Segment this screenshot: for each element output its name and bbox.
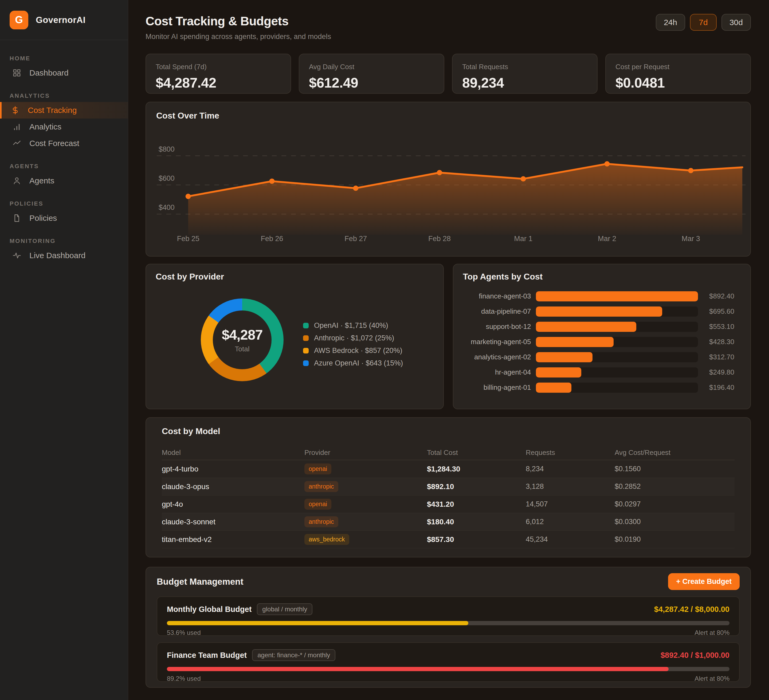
- model-name: claude-3-sonnet: [162, 518, 304, 526]
- cost-by-provider-card: Cost by Provider $4,287 Total OpenAI · $…: [146, 264, 444, 409]
- legend-swatch: [303, 348, 309, 354]
- sidebar-item-analytics[interactable]: Analytics: [0, 119, 128, 135]
- agent-bar-row-analytics-agent-02: analytics-agent-02 $312.70: [463, 349, 741, 365]
- avg-cost-per-request: $0.0190: [615, 535, 735, 544]
- document-icon: [12, 214, 21, 223]
- sidebar-item-label: Cost Forecast: [29, 139, 79, 148]
- dollar-sign-icon: [11, 106, 20, 115]
- dashboard-grid-icon: [12, 68, 21, 77]
- budget-alert-label: Alert at 80%: [695, 629, 729, 636]
- sidebar-item-label: Analytics: [29, 122, 61, 131]
- agent-bar-fill: [536, 291, 698, 301]
- sidebar-item-cost-forecast[interactable]: Cost Forecast: [0, 135, 128, 152]
- page-header: Cost Tracking & Budgets Monitor AI spend…: [146, 14, 751, 41]
- budget-item-monthly-global-budget: Monthly Global Budget global / monthly $…: [157, 596, 740, 636]
- column-header-model: Model: [162, 449, 304, 457]
- agent-bar-fill: [536, 352, 593, 362]
- donut-total-label: Total: [235, 345, 249, 353]
- legend-label: Azure OpenAI · $643 (15%): [314, 359, 403, 367]
- stat-label: Total Requests: [462, 63, 587, 71]
- sidebar-section-home: HOME: [0, 55, 128, 62]
- time-range-group: 24h7d30d: [656, 14, 751, 31]
- page-title: Cost Tracking & Budgets: [146, 14, 331, 28]
- sidebar-item-label: Agents: [29, 176, 54, 185]
- sidebar-section-policies: POLICIES: [0, 200, 128, 207]
- budget-header: Budget Management + Create Budget: [157, 573, 740, 590]
- budget-used-label: 89.2% used: [167, 675, 201, 682]
- budget-management-card: Budget Management + Create Budget Monthl…: [146, 567, 751, 688]
- table-row-claude-3-opus[interactable]: claude-3-opus anthropic $892.10 3,128 $0…: [162, 478, 735, 496]
- user-icon: [12, 176, 21, 185]
- agent-bar-row-marketing-agent-05: marketing-agent-05 $428.30: [463, 334, 741, 349]
- total-cost: $1,284.30: [427, 465, 526, 473]
- budget-item-header: Finance Team Budget agent: finance-* / m…: [167, 649, 729, 661]
- agent-bar-fill: [536, 337, 614, 347]
- cost-by-model-table: ModelProviderTotal CostRequestsAvg Cost/…: [162, 445, 735, 548]
- agent-bar-track: [536, 352, 698, 362]
- provider-donut-chart: $4,287 Total: [201, 298, 283, 381]
- cost-over-time-card: Cost Over Time $800$600$400 Feb 25Feb 26…: [146, 102, 751, 257]
- range-button-24h[interactable]: 24h: [656, 14, 685, 31]
- budget-progress-fill: [167, 667, 669, 671]
- sidebar-item-label: Dashboard: [29, 68, 69, 77]
- total-cost: $857.30: [427, 535, 526, 544]
- sidebar-item-agents[interactable]: Agents: [0, 172, 128, 189]
- cost-over-time-chart-area: $800$600$400 Feb 25Feb 26Feb 27Feb 28Mar…: [146, 102, 750, 256]
- top-agents-card: Top Agents by Cost finance-agent-03 $892…: [453, 264, 751, 409]
- table-row-titan-embed-v2[interactable]: titan-embed-v2 aws_bedrock $857.30 45,23…: [162, 531, 735, 548]
- agent-bar-row-billing-agent-01: billing-agent-01 $196.40: [463, 380, 741, 395]
- budget-alert-label: Alert at 80%: [695, 675, 729, 682]
- budget-items: Monthly Global Budget global / monthly $…: [157, 596, 740, 682]
- sidebar: G GovernorAI HOME DashboardANALYTICS Cos…: [0, 0, 128, 700]
- agent-bar-track: [536, 367, 698, 378]
- app-logo: G: [10, 11, 28, 29]
- stat-label: Cost per Request: [616, 63, 741, 71]
- sidebar-item-live-dashboard[interactable]: Live Dashboard: [0, 247, 128, 264]
- sidebar-section-analytics: ANALYTICS: [0, 92, 128, 99]
- range-button-30d[interactable]: 30d: [721, 14, 751, 31]
- cost-by-model-card: Cost by Model ModelProviderTotal CostReq…: [146, 417, 751, 557]
- create-budget-button[interactable]: + Create Budget: [668, 573, 740, 590]
- stat-card-cost-per-request: Cost per Request $0.0481: [605, 54, 751, 94]
- cost-by-provider-title: Cost by Provider: [156, 272, 434, 282]
- agent-cost-value: $249.80: [704, 368, 741, 377]
- donut-total-value: $4,287: [222, 327, 262, 343]
- agent-bar-row-finance-agent-03: finance-agent-03 $892.40: [463, 289, 741, 304]
- stat-card-avg-daily-cost: Avg Daily Cost $612.49: [299, 54, 444, 94]
- agent-bar-row-data-pipeline-07: data-pipeline-07 $695.60: [463, 304, 741, 319]
- agent-bar-row-hr-agent-04: hr-agent-04 $249.80: [463, 365, 741, 380]
- svg-text:Mar 2: Mar 2: [598, 235, 616, 243]
- model-name: gpt-4-turbo: [162, 465, 304, 473]
- table-row-gpt-4o[interactable]: gpt-4o openai $431.20 14,507 $0.0297: [162, 496, 735, 513]
- agent-name: support-bot-12: [463, 322, 531, 331]
- sidebar-item-dashboard[interactable]: Dashboard: [0, 64, 128, 81]
- stat-label: Avg Daily Cost: [309, 63, 434, 71]
- svg-text:Feb 25: Feb 25: [177, 235, 199, 243]
- provider-badge: openai: [304, 499, 331, 510]
- budget-name: Monthly Global Budget: [167, 605, 251, 614]
- provider-badge: anthropic: [304, 481, 338, 492]
- legend-swatch: [303, 323, 309, 328]
- budget-amount: $892.40 / $1,000.00: [661, 651, 729, 660]
- provider-badge: anthropic: [304, 517, 338, 527]
- budget-progress-fill: [167, 621, 468, 625]
- total-cost: $431.20: [427, 500, 526, 509]
- range-button-7d[interactable]: 7d: [690, 14, 717, 31]
- legend-swatch: [303, 360, 309, 366]
- svg-text:$400: $400: [159, 203, 175, 211]
- sidebar-item-policies[interactable]: Policies: [0, 210, 128, 226]
- table-row-gpt-4-turbo[interactable]: gpt-4-turbo openai $1,284.30 8,234 $0.15…: [162, 460, 735, 478]
- provider-legend: OpenAI · $1,715 (40%) Anthropic · $1,072…: [303, 319, 403, 370]
- app-name: GovernorAI: [36, 15, 86, 25]
- agent-bar-fill: [536, 383, 572, 393]
- sidebar-item-cost-tracking[interactable]: Cost Tracking: [0, 102, 128, 119]
- budget-name: Finance Team Budget: [167, 651, 247, 660]
- stat-value: $4,287.42: [156, 75, 281, 91]
- stat-value: $612.49: [309, 75, 434, 91]
- cost-by-model-title: Cost by Model: [162, 426, 735, 436]
- bar-chart-icon: [12, 122, 21, 131]
- budget-scope-badge: global / monthly: [257, 603, 312, 615]
- table-row-claude-3-sonnet[interactable]: claude-3-sonnet anthropic $180.40 6,012 …: [162, 513, 735, 531]
- budget-title: Budget Management: [157, 577, 243, 587]
- trend-line-icon: [12, 139, 21, 148]
